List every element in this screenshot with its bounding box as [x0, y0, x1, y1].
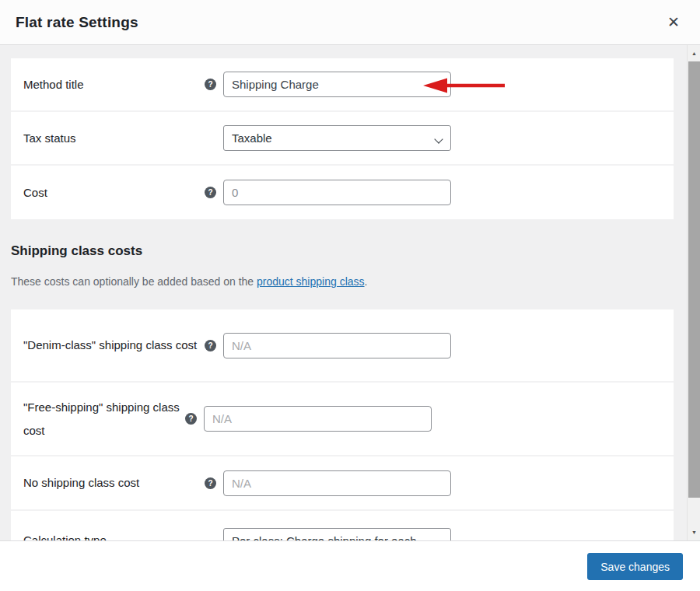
scrollbar-thumb[interactable] [688, 61, 700, 498]
cost-label: Cost [23, 181, 205, 205]
scrollbar[interactable]: ▲ ▼ [687, 45, 700, 540]
cost-input[interactable] [223, 180, 451, 205]
calculation-type-value: Per class: Charge shipping for each [232, 534, 417, 541]
tax-status-value: Taxable [232, 131, 272, 145]
no-shipping-class-label: No shipping class cost [23, 471, 205, 495]
chevron-down-icon [436, 135, 443, 142]
modal-header: Flat rate Settings ✕ [0, 0, 700, 45]
shipping-class-costs-heading: Shipping class costs [11, 241, 674, 261]
modal-title: Flat rate Settings [16, 14, 138, 31]
help-icon[interactable]: ? [185, 413, 197, 425]
description-period: . [365, 275, 368, 288]
tax-status-label: Tax status [23, 127, 205, 150]
cost-row: Cost ? [11, 166, 674, 219]
free-shipping-row: "Free-shipping" shipping class cost ? [11, 383, 674, 456]
settings-scroll-area[interactable]: Method title ? Tax status Taxable Cost ?… [0, 45, 687, 540]
method-title-row: Method title ? [11, 58, 674, 112]
help-icon[interactable]: ? [205, 477, 216, 489]
denim-class-label: "Denim-class" shipping class cost [23, 334, 205, 357]
denim-class-row: "Denim-class" shipping class cost ? [11, 309, 674, 383]
close-icon[interactable]: ✕ [664, 12, 683, 33]
shipping-class-costs-description: These costs can optionally be added base… [11, 274, 674, 289]
scroll-up-icon[interactable]: ▲ [688, 47, 700, 60]
help-icon[interactable]: ? [205, 340, 216, 351]
method-title-label: Method title [23, 73, 205, 96]
tax-status-select[interactable]: Taxable [223, 125, 451, 151]
no-shipping-class-row: No shipping class cost ? [11, 456, 674, 511]
no-shipping-class-cost-input[interactable] [223, 470, 451, 496]
free-shipping-cost-input[interactable] [204, 406, 432, 432]
description-text: These costs can optionally be added base… [11, 275, 257, 288]
help-icon[interactable]: ? [205, 187, 216, 198]
denim-class-cost-input[interactable] [223, 333, 451, 358]
calculation-type-row: Calculation type Per class: Charge shipp… [11, 511, 674, 540]
product-shipping-class-link[interactable]: product shipping class [257, 275, 365, 288]
help-icon[interactable]: ? [205, 79, 216, 90]
shipping-class-costs-card: "Denim-class" shipping class cost ? "Fre… [11, 309, 674, 540]
tax-status-row: Tax status Taxable [11, 112, 674, 166]
free-shipping-label: "Free-shipping" shipping class cost [23, 396, 185, 442]
method-title-input[interactable] [223, 72, 451, 97]
save-changes-button[interactable]: Save changes [587, 553, 683, 580]
calculation-type-select[interactable]: Per class: Charge shipping for each [223, 528, 451, 541]
modal-footer: Save changes [0, 540, 700, 591]
calculation-type-label: Calculation type [23, 529, 205, 540]
scroll-down-icon[interactable]: ▼ [688, 526, 700, 539]
general-settings-card: Method title ? Tax status Taxable Cost ? [11, 58, 674, 219]
